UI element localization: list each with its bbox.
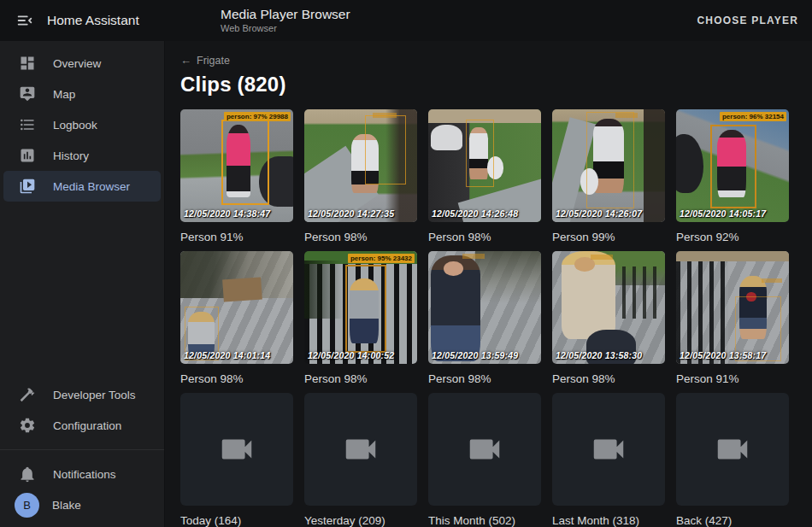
breadcrumb-back[interactable]: ← Frigate bbox=[165, 41, 245, 67]
clip-caption: Person 99% bbox=[552, 230, 665, 244]
clip-card[interactable]: 12/05/2020 14:26:48 Person 98% bbox=[428, 109, 541, 244]
hammer-icon bbox=[18, 385, 37, 404]
clip-thumbnail: 12/05/2020 14:26:07 bbox=[552, 109, 665, 222]
top-bar: Home Assistant Media Player Browser Web … bbox=[0, 0, 812, 41]
clip-card[interactable]: person: 96% 32154 12/05/2020 14:05:17 Pe… bbox=[676, 109, 789, 244]
clip-card[interactable]: person: 97% 29988 12/05/2020 14:38:47 Pe… bbox=[180, 109, 293, 244]
clip-timestamp: 12/05/2020 13:58:30 bbox=[556, 350, 642, 360]
folder-card-last-month[interactable]: Last Month (318) bbox=[552, 393, 665, 527]
clip-caption: Person 98% bbox=[304, 230, 417, 244]
sidebar-item-label: Logbook bbox=[53, 119, 97, 132]
app-title: Home Assistant bbox=[47, 13, 139, 28]
clip-timestamp: 12/05/2020 14:27:35 bbox=[308, 208, 394, 219]
clip-thumbnail: 12/05/2020 13:59:49 bbox=[428, 251, 541, 364]
sidebar-item-media-browser[interactable]: Media Browser bbox=[3, 171, 161, 202]
clip-timestamp: 12/05/2020 14:26:07 bbox=[556, 208, 642, 219]
sidebar-item-overview[interactable]: Overview bbox=[3, 48, 161, 79]
clip-caption: Person 92% bbox=[676, 230, 789, 244]
clip-thumbnail: 12/05/2020 13:58:30 bbox=[552, 251, 665, 364]
clip-timestamp: 12/05/2020 14:00:52 bbox=[308, 350, 394, 360]
clip-timestamp: 12/05/2020 14:05:17 bbox=[680, 208, 766, 219]
folder-thumbnail bbox=[428, 393, 541, 506]
folder-thumbnail bbox=[304, 393, 417, 506]
clip-thumbnail: 12/05/2020 13:58:17 bbox=[676, 251, 789, 364]
detection-label: person: 96% 32154 bbox=[720, 112, 786, 121]
page-title: Clips (820) bbox=[165, 67, 812, 97]
clip-card[interactable]: 12/05/2020 13:59:49 Person 98% bbox=[428, 251, 541, 386]
choose-player-button[interactable]: CHOOSE PLAYER bbox=[683, 6, 812, 35]
clip-thumbnail: person: 97% 29988 12/05/2020 14:38:47 bbox=[180, 109, 293, 222]
folder-label: Back (427) bbox=[676, 513, 789, 527]
clip-caption: Person 91% bbox=[676, 372, 789, 386]
clip-timestamp: 12/05/2020 14:01:14 bbox=[184, 350, 270, 360]
sidebar-item-label: History bbox=[53, 149, 89, 162]
clip-card[interactable]: 12/05/2020 13:58:17 Person 91% bbox=[676, 251, 789, 386]
play-box-multiple-icon bbox=[18, 177, 37, 196]
sidebar-item-label: Developer Tools bbox=[53, 389, 136, 401]
folder-label: Today (164) bbox=[180, 513, 293, 527]
detection-label: person: 95% 23432 bbox=[348, 254, 415, 263]
folder-label: This Month (502) bbox=[428, 513, 541, 527]
breadcrumb-label: Frigate bbox=[197, 55, 230, 67]
clip-card[interactable]: 12/05/2020 14:27:35 Person 98% bbox=[304, 109, 417, 244]
clip-caption: Person 98% bbox=[180, 372, 293, 386]
page-header-block: Media Player Browser Web Browser bbox=[221, 7, 350, 33]
clip-timestamp: 12/05/2020 13:59:49 bbox=[432, 350, 518, 360]
sidebar-item-developer-tools[interactable]: Developer Tools bbox=[3, 379, 161, 410]
clip-timestamp: 12/05/2020 14:38:47 bbox=[184, 208, 270, 219]
media-browser-content: ← Frigate Clips (820) person: 97% 29988 … bbox=[165, 41, 812, 527]
sidebar-item-logbook[interactable]: Logbook bbox=[3, 109, 161, 140]
back-arrow-icon: ← bbox=[180, 54, 191, 67]
clip-card[interactable]: 12/05/2020 13:58:30 Person 98% bbox=[552, 251, 665, 386]
clip-caption: Person 98% bbox=[304, 372, 417, 386]
clip-caption: Person 98% bbox=[552, 372, 665, 386]
topbar-left: Home Assistant bbox=[0, 10, 165, 31]
clip-thumbnail: person: 95% 23432 12/05/2020 14:00:52 bbox=[304, 251, 417, 364]
clip-caption: Person 98% bbox=[428, 230, 541, 244]
sidebar-item-history[interactable]: History bbox=[3, 140, 161, 171]
view-dashboard-icon bbox=[18, 54, 37, 73]
clip-caption: Person 98% bbox=[428, 372, 541, 386]
chart-box-icon bbox=[18, 146, 37, 165]
clip-thumbnail: 12/05/2020 14:27:35 bbox=[304, 109, 417, 222]
clips-grid: person: 97% 29988 12/05/2020 14:38:47 Pe… bbox=[165, 97, 812, 527]
clip-card[interactable]: 12/05/2020 14:01:14 Person 98% bbox=[180, 251, 293, 386]
video-camera-icon bbox=[713, 430, 752, 469]
user-avatar: B bbox=[15, 493, 39, 518]
page-header-title: Media Player Browser bbox=[221, 7, 350, 22]
clip-timestamp: 12/05/2020 13:58:17 bbox=[680, 350, 766, 360]
clip-card[interactable]: person: 95% 23432 12/05/2020 14:00:52 Pe… bbox=[304, 251, 417, 386]
folder-card-today[interactable]: Today (164) bbox=[180, 393, 293, 527]
detection-label: person: 97% 29988 bbox=[224, 112, 291, 121]
sidebar-item-configuration[interactable]: Configuration bbox=[3, 410, 161, 441]
sidebar: Overview Map Logbook History bbox=[0, 41, 165, 527]
folder-label: Yesterday (209) bbox=[304, 513, 417, 527]
video-camera-icon bbox=[589, 430, 628, 469]
sidebar-item-notifications[interactable]: Notifications bbox=[3, 459, 161, 489]
page-header-subtitle: Web Browser bbox=[221, 23, 350, 34]
map-account-icon bbox=[18, 85, 37, 103]
folder-card-back[interactable]: Back (427) bbox=[676, 393, 789, 527]
clip-card[interactable]: 12/05/2020 14:26:07 Person 99% bbox=[552, 109, 665, 244]
sidebar-item-map[interactable]: Map bbox=[3, 79, 161, 109]
list-bulleted-icon bbox=[18, 115, 37, 134]
sidebar-item-label: Overview bbox=[53, 57, 101, 70]
sidebar-divider bbox=[0, 449, 164, 450]
bell-icon bbox=[18, 465, 37, 483]
folder-card-yesterday[interactable]: Yesterday (209) bbox=[304, 393, 417, 527]
sidebar-item-label: Notifications bbox=[53, 468, 116, 481]
sidebar-item-label: Media Browser bbox=[53, 180, 130, 193]
clip-thumbnail: 12/05/2020 14:26:48 bbox=[428, 109, 541, 222]
folder-card-this-month[interactable]: This Month (502) bbox=[428, 393, 541, 527]
gear-icon bbox=[18, 416, 37, 435]
sidebar-item-label: Blake bbox=[52, 499, 81, 512]
clip-thumbnail: 12/05/2020 14:01:14 bbox=[180, 251, 293, 364]
clip-caption: Person 91% bbox=[180, 230, 293, 244]
sidebar-toggle-icon[interactable] bbox=[15, 10, 35, 31]
sidebar-item-label: Map bbox=[53, 88, 75, 101]
video-camera-icon bbox=[465, 430, 504, 469]
folder-label: Last Month (318) bbox=[552, 513, 665, 527]
folder-thumbnail bbox=[180, 393, 293, 506]
folder-thumbnail bbox=[676, 393, 789, 506]
sidebar-item-user[interactable]: B Blake bbox=[3, 489, 161, 520]
